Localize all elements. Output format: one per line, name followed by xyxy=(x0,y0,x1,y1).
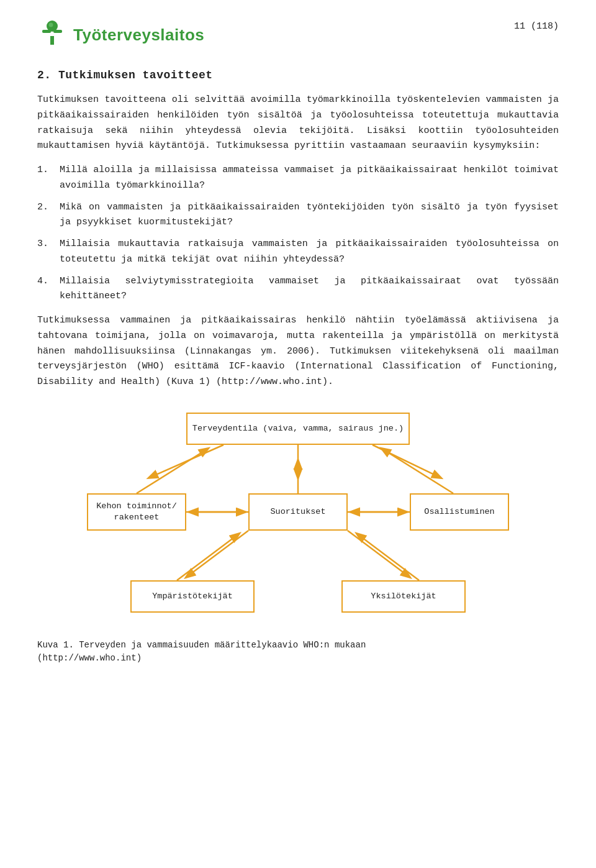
svg-point-4 xyxy=(49,23,53,27)
list-text-3: Millaisia mukauttavia ratkaisuja vammais… xyxy=(60,237,559,268)
diagram-box-left: Kehon toiminnot/ rakenteet xyxy=(87,493,186,531)
svg-line-10 xyxy=(382,449,453,493)
list-item: 4. Millaisia selviytymisstrategioita vam… xyxy=(37,274,559,305)
section-title: 2. Tutkimuksen tavoitteet xyxy=(37,69,559,81)
intro-paragraph: Tutkimuksen tavoitteena oli selvittää av… xyxy=(37,93,559,154)
svg-line-18 xyxy=(357,534,419,580)
logo-text: Työterveyslaitos xyxy=(73,25,204,45)
list-num-1: 1. xyxy=(37,163,60,194)
list-text-1: Millä aloilla ja millaisissa ammateissa … xyxy=(60,163,559,194)
page-number: 11 (118) xyxy=(514,21,559,32)
svg-line-16 xyxy=(177,534,239,580)
list-num-2: 2. xyxy=(37,200,60,231)
diagram-box-bottom-right: Yksilötekijät xyxy=(341,580,466,613)
svg-line-15 xyxy=(186,531,248,577)
svg-line-8 xyxy=(137,449,208,493)
list-item: 3. Millaisia mukauttavia ratkaisuja vamm… xyxy=(37,237,559,268)
figure-caption: Kuva 1. Terveyden ja vammaisuuden määrit… xyxy=(37,639,559,665)
diagram-box-middle: Suoritukset xyxy=(248,493,348,531)
svg-rect-0 xyxy=(50,36,54,45)
page-header: Työterveyslaitos 11 (118) xyxy=(37,19,559,52)
numbered-list: 1. Millä aloilla ja millaisissa ammateis… xyxy=(37,163,559,304)
list-item: 2. Mikä on vammaisten ja pitkäaikaissair… xyxy=(37,200,559,231)
diagram-box-top: Terveydentila (vaiva, vamma, sairaus jne… xyxy=(186,413,410,445)
svg-line-9 xyxy=(372,445,441,478)
diagram-box-right: Osallistuminen xyxy=(410,493,509,531)
diagram-box-bottom-left: Ympäristötekijät xyxy=(130,580,255,613)
logo-area: Työterveyslaitos xyxy=(37,19,204,52)
list-num-3: 3. xyxy=(37,237,60,268)
list-text-4: Millaisia selviytymisstrategioita vammai… xyxy=(60,274,559,305)
list-text-2: Mikä on vammaisten ja pitkäaikaissairaid… xyxy=(60,200,559,231)
conclusion-paragraph: Tutkimuksessa vammainen ja pitkäaikaissa… xyxy=(37,313,559,390)
svg-line-7 xyxy=(149,445,224,478)
logo-icon xyxy=(37,19,67,52)
list-num-4: 4. xyxy=(37,274,60,305)
icf-diagram: Terveydentila (vaiva, vamma, sairaus jne… xyxy=(87,413,509,624)
svg-line-17 xyxy=(348,531,410,577)
list-item: 1. Millä aloilla ja millaisissa ammateis… xyxy=(37,163,559,194)
